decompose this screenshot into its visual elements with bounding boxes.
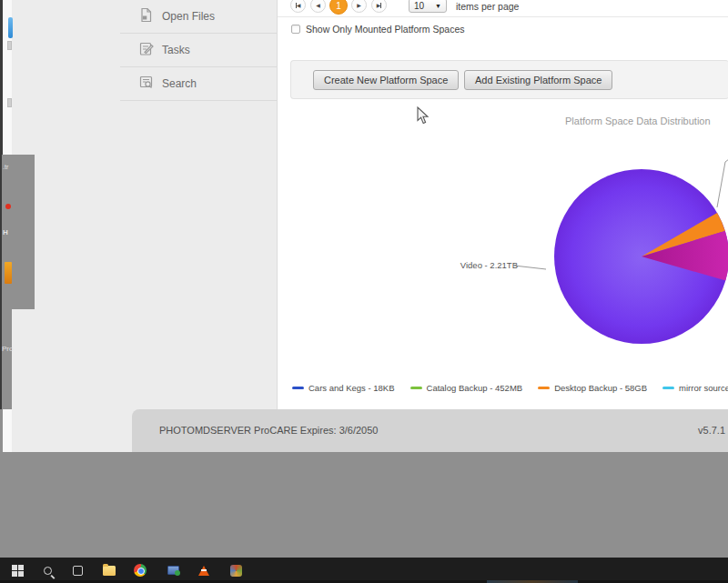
sidebar-item-label: Tasks (162, 44, 190, 56)
legend-item[interactable]: Catalog Backup - 452MB (410, 383, 523, 393)
chrome-icon (134, 564, 147, 577)
sidebar-item-tasks[interactable]: Tasks (120, 34, 277, 67)
callout-leader-line (514, 266, 546, 269)
tiny-slice-leader-line (717, 159, 728, 207)
legend-item[interactable]: Cars and Kegs - 18KB (292, 383, 395, 393)
taskbar (0, 558, 728, 583)
monitor-icon (167, 566, 179, 575)
next-page-icon: ▶ (357, 2, 361, 8)
file-lock-icon (138, 7, 154, 26)
chart-title: Platform Space Data Distribution (565, 116, 711, 126)
current-page-number: 1 (336, 1, 341, 11)
app-window: Open Files Tasks (12, 0, 728, 452)
license-status-text: PHOTOMDSERVER ProCARE Expires: 3/6/2050 (159, 425, 378, 436)
pinned-app-button[interactable] (229, 564, 242, 577)
status-bar: PHOTOMDSERVER ProCARE Expires: 3/6/2050 … (132, 409, 728, 452)
legend-item[interactable]: Desktop Backup - 58GB (538, 383, 647, 393)
pagination-bar: ◀ ◀ 1 ▶ ▶ 10 ▼ items per page (278, 0, 728, 17)
prev-page-button[interactable]: ◀ (310, 0, 326, 13)
legend-swatch (538, 387, 550, 389)
desktop-icon-fragment (5, 204, 11, 209)
add-platform-space-button[interactable]: Add Existing Platform Space (464, 70, 612, 90)
create-platform-space-button[interactable]: Create New Platform Space (313, 70, 459, 90)
first-page-button[interactable]: ◀ (290, 0, 306, 13)
last-page-button[interactable]: ▶ (371, 0, 387, 13)
pie-callout-video: Video - 2.21TB (447, 260, 518, 270)
version-text: v5.7.1 (698, 425, 725, 436)
remote-desktop-button[interactable] (167, 564, 179, 577)
desktop-icon-label: Pro (2, 346, 13, 353)
mounted-filter-checkbox[interactable] (291, 25, 300, 34)
legend-label: Cars and Kegs - 18KB (308, 383, 395, 393)
prev-page-icon: ◀ (316, 2, 320, 8)
items-per-page-label: items per page (456, 1, 519, 12)
page-size-dropdown[interactable]: 10 ▼ (409, 0, 447, 13)
vlc-button[interactable] (197, 564, 210, 577)
file-explorer-button[interactable] (103, 564, 116, 577)
page-size-value: 10 (414, 1, 424, 11)
chevron-down-icon: ▼ (435, 3, 441, 9)
legend-label: mirror source - 18MB (679, 383, 728, 393)
mounted-filter-label: Show Only Mounted Platform Spaces (306, 24, 465, 35)
search-icon (44, 567, 52, 575)
chrome-button[interactable] (134, 564, 147, 577)
sidebar: Open Files Tasks (120, 0, 277, 409)
current-page-button[interactable]: 1 (329, 0, 348, 15)
mounted-filter-row: Show Only Mounted Platform Spaces (291, 24, 465, 35)
desktop-peek (2, 309, 12, 409)
background-window-fragment (8, 17, 13, 38)
task-view-button[interactable] (71, 564, 84, 577)
sidebar-item-search[interactable]: Search (120, 67, 277, 101)
background-window-fragment (7, 41, 12, 50)
next-page-button[interactable]: ▶ (351, 0, 367, 13)
background-window-fragment (7, 98, 12, 107)
main-pane: ◀ ◀ 1 ▶ ▶ 10 ▼ items per page Show Only … (277, 0, 728, 409)
desktop-icon-label: H (3, 229, 8, 236)
desktop-icon-label: .tr (3, 164, 8, 171)
screen: Open Files Tasks (0, 0, 728, 583)
actions-panel: Create New Platform Space Add Existing P… (290, 60, 728, 99)
first-page-icon: ◀ (297, 2, 301, 8)
start-button[interactable] (11, 564, 24, 577)
tasks-icon (138, 41, 154, 60)
legend-swatch (662, 387, 674, 389)
legend-label: Desktop Backup - 58GB (554, 383, 647, 393)
search-doc-icon (138, 75, 154, 94)
pie-chart[interactable] (438, 153, 728, 362)
vlc-cone-icon (198, 566, 209, 576)
windows-logo-icon (12, 565, 24, 577)
folder-icon (103, 566, 116, 576)
taskbar-search-button[interactable] (41, 564, 54, 577)
desktop-icon-fragment (5, 262, 12, 284)
legend-item[interactable]: mirror source - 18MB (662, 383, 728, 393)
sidebar-item-open-files[interactable]: Open Files (120, 0, 277, 34)
colored-app-icon (230, 565, 242, 577)
sidebar-item-label: Search (162, 77, 197, 90)
legend-label: Catalog Backup - 452MB (427, 383, 523, 393)
legend-swatch (292, 387, 304, 389)
task-view-icon (73, 566, 83, 576)
sidebar-item-label: Open Files (162, 10, 215, 23)
chart-legend: Cars and Kegs - 18KB Catalog Backup - 45… (292, 383, 728, 393)
legend-swatch (410, 387, 422, 389)
